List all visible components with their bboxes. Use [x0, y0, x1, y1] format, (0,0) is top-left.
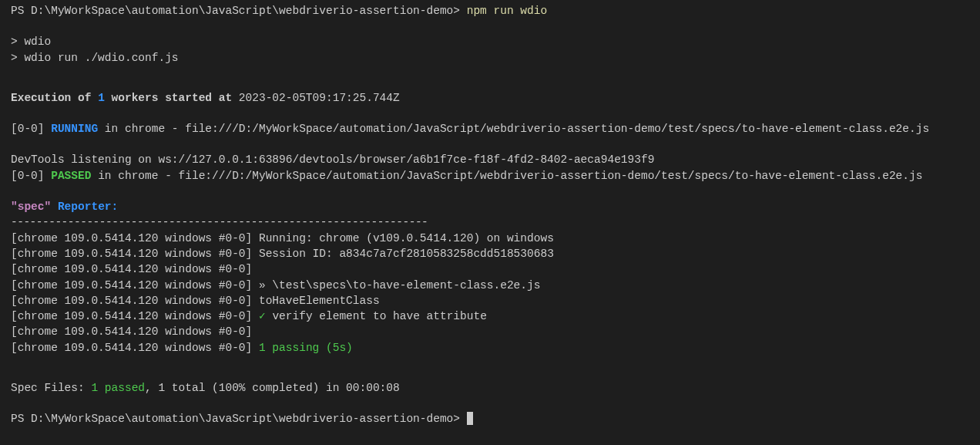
browser-line-session: [chrome 109.0.5414.120 windows #0-0] Ses…: [11, 246, 969, 261]
browser-line-empty2: [chrome 109.0.5414.120 windows #0-0]: [11, 324, 969, 339]
prompt-path-2: D:\MyWorkSpace\automation\JavaScript\web…: [31, 413, 467, 425]
browser-specfile: » \test\specs\to-have-element-class.e2e.…: [252, 279, 540, 292]
browser-prefix-6: [chrome 109.0.5414.120 windows #0-0]: [11, 310, 252, 322]
browser-line-running: [chrome 109.0.5414.120 windows #0-0] Run…: [11, 231, 969, 246]
running-line: [0-0] RUNNING in chrome - file:///D:/MyW…: [11, 121, 969, 137]
passed-prefix: [0-0]: [11, 170, 51, 182]
browser-prefix-8: [chrome 109.0.5414.120 windows #0-0]: [11, 342, 252, 354]
passed-line: [0-0] PASSED in chrome - file:///D:/MyWo…: [11, 168, 969, 184]
passed-rest: in chrome - file:///D:/MyWorkSpace/autom…: [91, 170, 922, 182]
browser-session: Session ID: a834c7a7cf2810583258cdd51853…: [252, 248, 554, 260]
reporter-label: Reporter:: [51, 201, 118, 213]
spec-label: "spec": [11, 201, 51, 213]
browser-prefix-4: [chrome 109.0.5414.120 windows #0-0]: [11, 279, 252, 292]
browser-line-test: [chrome 109.0.5414.120 windows #0-0] ✓ v…: [11, 308, 969, 324]
devtools-line: DevTools listening on ws://127.0.0.1:638…: [11, 152, 969, 167]
terminal-output[interactable]: PS D:\MyWorkSpace\automation\JavaScript\…: [0, 0, 980, 430]
exec-part1: Execution of: [11, 92, 98, 104]
script-line-1: > wdio: [11, 34, 969, 49]
exec-part2: workers started at: [105, 92, 232, 104]
command-text: npm run wdio: [467, 5, 547, 17]
execution-header: Execution of 1 workers started at 2023-0…: [11, 90, 969, 106]
summary-label: Spec Files:: [11, 382, 91, 394]
browser-prefix-1: [chrome 109.0.5414.120 windows #0-0]: [11, 232, 252, 244]
browser-prefix-2: [chrome 109.0.5414.120 windows #0-0]: [11, 248, 252, 260]
browser-prefix-7: [chrome 109.0.5414.120 windows #0-0]: [11, 325, 252, 338]
ps-prefix-2: PS: [11, 413, 31, 425]
exec-timestamp: 2023-02-05T09:17:25.744Z: [232, 92, 400, 104]
cursor-icon: [467, 412, 473, 425]
ps-prefix: PS: [11, 5, 31, 17]
checkmark-icon: ✓: [259, 310, 266, 322]
browser-line-empty1: [chrome 109.0.5414.120 windows #0-0]: [11, 261, 969, 277]
browser-line-suite: [chrome 109.0.5414.120 windows #0-0] toH…: [11, 293, 969, 308]
prompt-line-1: PS D:\MyWorkSpace\automation\JavaScript\…: [11, 3, 969, 19]
prompt-line-2[interactable]: PS D:\MyWorkSpace\automation\JavaScript\…: [11, 411, 969, 426]
summary-rest: , 1 total (100% completed) in 00:00:08: [145, 382, 400, 394]
reporter-header: "spec" Reporter:: [11, 199, 969, 214]
browser-prefix-5: [chrome 109.0.5414.120 windows #0-0]: [11, 295, 252, 307]
passing-text: 1 passing (5s): [252, 342, 353, 354]
browser-line-passing: [chrome 109.0.5414.120 windows #0-0] 1 p…: [11, 340, 969, 356]
summary-passed: 1 passed: [91, 382, 145, 394]
running-rest: in chrome - file:///D:/MyWorkSpace/autom…: [98, 123, 929, 135]
worker-count: 1: [98, 92, 105, 104]
browser-running: Running: chrome (v109.0.5414.120) on win…: [252, 232, 554, 244]
browser-prefix-3: [chrome 109.0.5414.120 windows #0-0]: [11, 263, 252, 275]
browser-suite: toHaveElementClass: [252, 295, 379, 307]
dash-separator: ----------------------------------------…: [11, 214, 969, 230]
check-indent: [252, 310, 259, 322]
script-line-2: > wdio run ./wdio.conf.js: [11, 50, 969, 66]
passed-status: PASSED: [51, 170, 91, 182]
test-name: verify element to have attribute: [266, 310, 487, 322]
browser-line-specfile: [chrome 109.0.5414.120 windows #0-0] » \…: [11, 278, 969, 293]
summary-line: Spec Files: 1 passed, 1 total (100% comp…: [11, 380, 969, 396]
running-status: RUNNING: [51, 123, 98, 135]
running-prefix: [0-0]: [11, 123, 51, 135]
prompt-path: D:\MyWorkSpace\automation\JavaScript\web…: [31, 5, 467, 17]
